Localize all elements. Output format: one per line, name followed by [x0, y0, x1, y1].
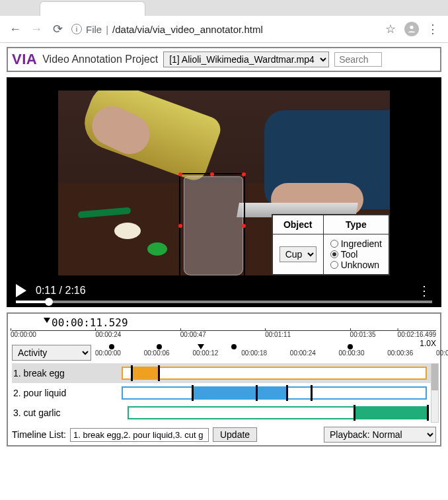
- resize-handle[interactable]: [178, 224, 182, 228]
- track-label: 2. pour liquid: [12, 386, 118, 400]
- playback-selector[interactable]: Playback: Normal: [324, 427, 436, 443]
- forward-icon[interactable]: →: [29, 22, 44, 36]
- profile-avatar[interactable]: [404, 22, 419, 36]
- project-name: Video Annotation Project: [42, 54, 158, 65]
- video-more-icon[interactable]: ⋮: [418, 283, 432, 299]
- track-lane[interactable]: [122, 406, 427, 419]
- timeline-list-input[interactable]: [70, 428, 209, 442]
- search-input[interactable]: [334, 52, 382, 67]
- radio-label: Unknown: [341, 260, 379, 270]
- browser-chrome: ← → ⟳ i File | /data/via/via_video_annot…: [0, 0, 448, 43]
- tab-strip: [0, 0, 448, 16]
- app-topbar: VIA Video Annotation Project [1] Alioli_…: [7, 47, 441, 72]
- ruler-tick: 00:01:35: [350, 331, 376, 338]
- attribute-row: Activity 1.0X 00:00:0000:00:0600:00:1200…: [12, 345, 436, 361]
- keyframe-dot[interactable]: [157, 344, 162, 349]
- segment-fill[interactable]: [354, 406, 427, 419]
- ruler-tick: 00:01:11: [265, 331, 291, 338]
- keyframe-dot[interactable]: [348, 344, 353, 349]
- playhead-arrow-icon[interactable]: [198, 344, 204, 349]
- file-selector[interactable]: [1] Alioli_Wikimedia_Wardtmar.mp4: [163, 52, 329, 67]
- segment-outline[interactable]: [122, 367, 427, 380]
- resize-handle[interactable]: [210, 172, 214, 176]
- ruler-tick: 00:02:16.499: [398, 331, 436, 338]
- sub-ruler[interactable]: 1.0X 00:00:0000:00:0600:00:1200:00:1800:…: [95, 347, 436, 359]
- type-radio-group: Ingredient Tool Unknown: [323, 234, 389, 275]
- attribute-selector[interactable]: Activity: [12, 345, 91, 361]
- address-bar[interactable]: i File | /data/via/via_video_annotator.h…: [71, 24, 377, 35]
- keyframe-dot[interactable]: [109, 344, 114, 349]
- object-header: Object: [272, 215, 324, 234]
- radio-ingredient[interactable]: [330, 240, 338, 248]
- region-bbox[interactable]: [179, 173, 245, 275]
- segment-handle[interactable]: [158, 365, 160, 381]
- resize-handle[interactable]: [178, 172, 182, 176]
- sub-ruler-tick: 00:00:36: [387, 349, 413, 357]
- segment-handle[interactable]: [427, 405, 429, 421]
- sub-ruler-tick: 00:00:06: [144, 349, 170, 357]
- playhead-marker-icon: [44, 318, 50, 323]
- timeline-bottom-row: Timeline List: Update Playback: Normal: [12, 427, 436, 443]
- playback-speed: 1.0X: [420, 339, 436, 348]
- timeline-list-label: Timeline List:: [12, 429, 66, 440]
- radio-label: Tool: [341, 249, 358, 260]
- video-player: Object Type Cup Ingredient Tool Unknown: [7, 77, 441, 307]
- info-icon: i: [71, 24, 82, 34]
- svg-point-0: [410, 26, 413, 29]
- ruler-tick: 00:00:00: [11, 331, 36, 338]
- timeline-track[interactable]: 1. break egg: [12, 363, 436, 383]
- seek-fill: [16, 301, 49, 303]
- timeline-track[interactable]: 2. pour liquid: [12, 383, 436, 403]
- segment-fill[interactable]: [192, 386, 286, 400]
- seek-bar[interactable]: [16, 301, 432, 303]
- url-prefix: File: [86, 24, 102, 35]
- video-frame[interactable]: Object Type Cup Ingredient Tool Unknown: [58, 90, 390, 275]
- resize-handle[interactable]: [242, 172, 246, 176]
- back-icon[interactable]: ←: [8, 22, 22, 36]
- object-select[interactable]: Cup: [280, 246, 317, 262]
- resize-handle[interactable]: [242, 224, 246, 228]
- segment-handle[interactable]: [354, 405, 355, 421]
- browser-toolbar: ← → ⟳ i File | /data/via/via_video_annot…: [0, 16, 448, 42]
- timeline-track[interactable]: 3. cut garlic: [12, 403, 436, 423]
- track-label: 1. break egg: [12, 367, 118, 380]
- sub-ruler-tick: 00:00:00: [95, 349, 121, 357]
- sub-ruler-tick: 00:00:30: [339, 349, 365, 357]
- app-logo: VIA: [12, 51, 37, 68]
- play-button[interactable]: [16, 284, 26, 297]
- timeline-panel: 00:00:11.529 00:00:0000:00:2400:00:4700:…: [7, 312, 441, 446]
- segment-handle[interactable]: [311, 385, 313, 401]
- region-attribute-panel: Object Type Cup Ingredient Tool Unknown: [272, 214, 390, 275]
- track-lane[interactable]: [122, 386, 427, 400]
- segment-handle[interactable]: [131, 365, 133, 381]
- timeline-ruler[interactable]: 00:00:0000:00:2400:00:4700:01:1100:01:35…: [12, 330, 436, 342]
- playhead-time: 00:00:11.529: [52, 316, 436, 329]
- radio-unknown[interactable]: [330, 261, 338, 269]
- url-path: /data/via/via_video_annotator.html: [112, 24, 263, 35]
- url-separator: |: [106, 24, 108, 35]
- seek-thumb[interactable]: [45, 298, 53, 306]
- segment-handle[interactable]: [192, 385, 194, 401]
- scrollbar-thumb[interactable]: [431, 364, 438, 390]
- timeline-tracks: 1. break egg2. pour liquid3. cut garlic: [12, 363, 436, 423]
- segment-handle[interactable]: [256, 385, 258, 401]
- sub-ruler-tick: 00:00:12: [192, 349, 218, 357]
- star-icon[interactable]: ☆: [383, 22, 398, 36]
- type-header: Type: [323, 215, 389, 234]
- ruler-tick: 00:00:47: [180, 331, 206, 338]
- video-timecode: 0:11 / 2:16: [36, 285, 86, 297]
- segment-handle[interactable]: [286, 385, 288, 401]
- browser-tab[interactable]: [40, 1, 145, 16]
- menu-icon[interactable]: ⋮: [426, 22, 440, 36]
- radio-tool[interactable]: [330, 250, 338, 258]
- video-controls: 0:11 / 2:16 ⋮: [7, 274, 441, 307]
- track-label: 3. cut garlic: [12, 406, 118, 419]
- track-lane[interactable]: [122, 367, 427, 380]
- segment-fill[interactable]: [131, 367, 159, 380]
- reload-icon[interactable]: ⟳: [50, 22, 65, 36]
- vertical-scrollbar[interactable]: [431, 363, 439, 423]
- sub-ruler-tick: 00:0: [436, 349, 448, 357]
- radio-label: Ingredient: [341, 238, 382, 249]
- keyframe-dot[interactable]: [231, 344, 237, 349]
- update-button[interactable]: Update: [213, 427, 257, 442]
